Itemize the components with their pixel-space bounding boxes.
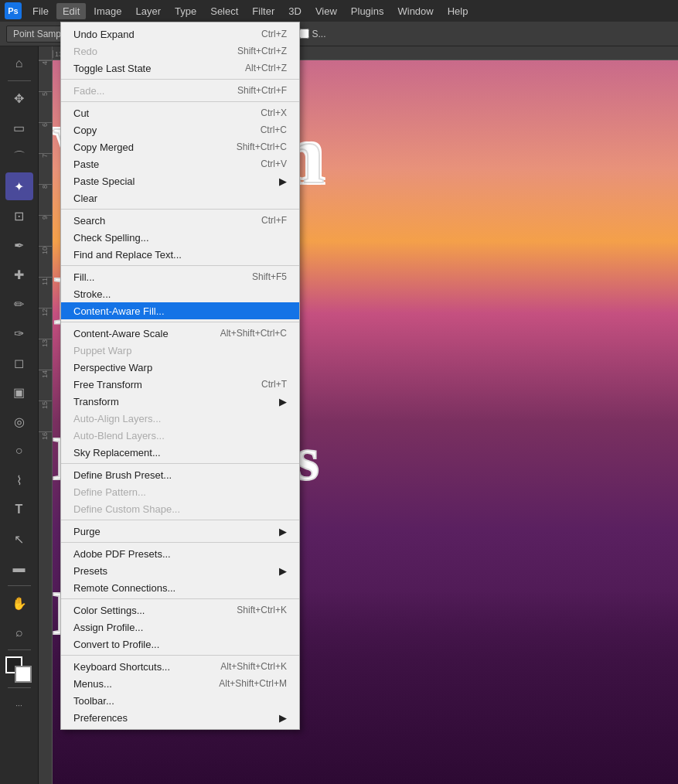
menu-item-label-toolbar: Toolbar...	[73, 695, 287, 707]
menu-separator	[61, 542, 299, 543]
menu-select[interactable]: Select	[204, 3, 244, 19]
menu-item-find-replace-text[interactable]: Find and Replace Text...	[61, 246, 299, 263]
tool-move[interactable]: ✥	[5, 84, 33, 112]
ruler-v-tick: 15	[39, 401, 52, 431]
menu-item-shortcut-cut: Ctrl+X	[261, 107, 287, 118]
menu-file[interactable]: File	[26, 3, 55, 19]
ruler-v-tick: 8	[39, 184, 52, 215]
menu-separator	[61, 101, 299, 102]
menu-item-check-spelling[interactable]: Check Spelling...	[61, 229, 299, 246]
tool-magic-wand[interactable]: ✦	[5, 172, 33, 200]
menu-item-remote-connections[interactable]: Remote Connections...	[61, 579, 299, 596]
sample-all-label[interactable]: S...	[299, 29, 325, 39]
tool-pen[interactable]: ⌇	[5, 466, 33, 494]
menu-item-toolbar[interactable]: Toolbar...	[61, 692, 299, 709]
tool-shape[interactable]: ▬	[5, 554, 33, 582]
menu-item-label-copy: Copy	[73, 124, 245, 136]
tool-path-select[interactable]: ↖	[5, 525, 33, 553]
menu-window[interactable]: Window	[391, 3, 439, 19]
tool-eyedropper[interactable]: ✒	[5, 231, 33, 259]
tool-zoom[interactable]: ⌕	[5, 619, 33, 646]
menu-item-perspective-warp[interactable]: Perspective Warp	[61, 359, 299, 376]
menu-item-presets[interactable]: Presets▶	[61, 562, 299, 579]
menu-item-auto-blend-layers: Auto-Blend Layers...	[61, 427, 299, 444]
tool-heal[interactable]: ✚	[5, 261, 33, 288]
menu-item-keyboard-shortcuts[interactable]: Keyboard Shortcuts...Alt+Shift+Ctrl+K	[61, 658, 299, 675]
edit-dropdown-menu: Undo ExpandCtrl+ZRedoShift+Ctrl+ZToggle …	[60, 22, 300, 730]
menu-layer[interactable]: Layer	[130, 3, 168, 19]
menu-item-adobe-pdf-presets[interactable]: Adobe PDF Presets...	[61, 545, 299, 562]
menu-item-paste[interactable]: PasteCtrl+V	[61, 155, 299, 172]
tool-clone[interactable]: ✑	[5, 319, 33, 347]
menu-type[interactable]: Type	[169, 3, 203, 19]
tool-blur[interactable]: ◎	[5, 407, 33, 435]
menu-item-paste-special[interactable]: Paste Special▶	[61, 172, 299, 189]
menu-item-toggle-last-state[interactable]: Toggle Last StateAlt+Ctrl+Z	[61, 60, 299, 77]
menu-item-define-brush-preset[interactable]: Define Brush Preset...	[61, 466, 299, 483]
tool-home[interactable]: ⌂	[5, 49, 33, 77]
menu-item-purge[interactable]: Purge▶	[61, 523, 299, 540]
menu-help[interactable]: Help	[441, 3, 475, 19]
menu-item-menus[interactable]: Menus...Alt+Shift+Ctrl+M	[61, 675, 299, 692]
menu-item-cut[interactable]: CutCtrl+X	[61, 104, 299, 121]
menu-item-label-remote-connections: Remote Connections...	[73, 582, 287, 594]
menu-item-arrow-presets: ▶	[279, 565, 287, 577]
toolbar: ⌂ ✥ ▭ ⌒ ✦ ⊡ ✒ ✚ ✏ ✑ ◻ ▣ ◎ ○ ⌇ T ↖ ▬ ✋ ⌕ …	[0, 46, 39, 784]
tool-select-rect[interactable]: ▭	[5, 114, 33, 141]
menu-item-search[interactable]: SearchCtrl+F	[61, 212, 299, 229]
menu-item-label-menus: Menus...	[73, 678, 203, 690]
tool-gradient[interactable]: ▣	[5, 378, 33, 406]
background-color[interactable]	[15, 666, 32, 683]
menu-item-assign-profile[interactable]: Assign Profile...	[61, 619, 299, 636]
menu-item-label-search: Search	[73, 215, 246, 227]
menu-item-stroke[interactable]: Stroke...	[61, 285, 299, 302]
menu-item-define-pattern: Define Pattern...	[61, 483, 299, 500]
menu-item-clear[interactable]: Clear	[61, 189, 299, 206]
menu-item-convert-to-profile[interactable]: Convert to Profile...	[61, 636, 299, 653]
menu-item-content-aware-fill[interactable]: Content-Aware Fill...	[61, 302, 299, 319]
menu-item-label-convert-to-profile: Convert to Profile...	[73, 639, 287, 650]
menu-item-label-toggle-last-state: Toggle Last State	[73, 63, 230, 74]
tool-lasso[interactable]: ⌒	[5, 143, 33, 171]
menu-item-label-auto-align-layers: Auto-Align Layers...	[73, 413, 287, 424]
tool-eraser[interactable]: ◻	[5, 349, 33, 377]
menu-item-label-paste: Paste	[73, 159, 245, 170]
menu-item-preferences[interactable]: Preferences▶	[61, 709, 299, 726]
tool-more[interactable]: ···	[5, 691, 33, 719]
menu-item-free-transform[interactable]: Free TransformCtrl+T	[61, 376, 299, 393]
menu-item-transform[interactable]: Transform▶	[61, 393, 299, 410]
tool-dodge[interactable]: ○	[5, 437, 33, 465]
menu-item-arrow-purge: ▶	[279, 526, 287, 537]
tool-brush[interactable]: ✏	[5, 290, 33, 318]
ruler-v-tick: 11	[39, 277, 52, 308]
menu-item-arrow-transform: ▶	[279, 396, 287, 407]
menu-item-color-settings[interactable]: Color Settings...Shift+Ctrl+K	[61, 602, 299, 619]
menu-item-content-aware-scale[interactable]: Content-Aware ScaleAlt+Shift+Ctrl+C	[61, 325, 299, 342]
menu-3d[interactable]: 3D	[282, 3, 308, 19]
menu-item-undo-expand[interactable]: Undo ExpandCtrl+Z	[61, 26, 299, 43]
menu-view[interactable]: View	[309, 3, 343, 19]
menu-item-define-custom-shape: Define Custom Shape...	[61, 500, 299, 517]
tool-crop[interactable]: ⊡	[5, 202, 33, 230]
menu-item-label-content-aware-scale: Content-Aware Scale	[73, 328, 205, 339]
menu-item-shortcut-free-transform: Ctrl+T	[261, 379, 287, 390]
menu-item-label-puppet-warp: Puppet Warp	[73, 345, 287, 356]
menu-edit[interactable]: Edit	[56, 3, 86, 19]
menu-item-fill[interactable]: Fill...Shift+F5	[61, 268, 299, 285]
menu-item-auto-align-layers: Auto-Align Layers...	[61, 410, 299, 427]
menu-item-shortcut-undo-expand: Ctrl+Z	[261, 29, 287, 39]
sample-all-checkbox[interactable]	[299, 29, 309, 39]
menu-item-fade: Fade...Shift+Ctrl+F	[61, 82, 299, 99]
menu-item-sky-replacement[interactable]: Sky Replacement...	[61, 444, 299, 461]
menu-item-label-presets: Presets	[73, 565, 273, 577]
menu-item-label-free-transform: Free Transform	[73, 379, 246, 390]
tool-type[interactable]: T	[5, 496, 33, 523]
menu-filter[interactable]: Filter	[246, 3, 281, 19]
menu-item-copy[interactable]: CopyCtrl+C	[61, 121, 299, 138]
tool-hand[interactable]: ✋	[5, 589, 33, 617]
menu-image[interactable]: Image	[87, 3, 128, 19]
menu-item-label-redo: Redo	[73, 46, 222, 57]
menu-item-copy-merged[interactable]: Copy MergedShift+Ctrl+C	[61, 138, 299, 155]
menu-plugins[interactable]: Plugins	[345, 3, 390, 19]
ruler-v-tick: 13	[39, 339, 52, 370]
